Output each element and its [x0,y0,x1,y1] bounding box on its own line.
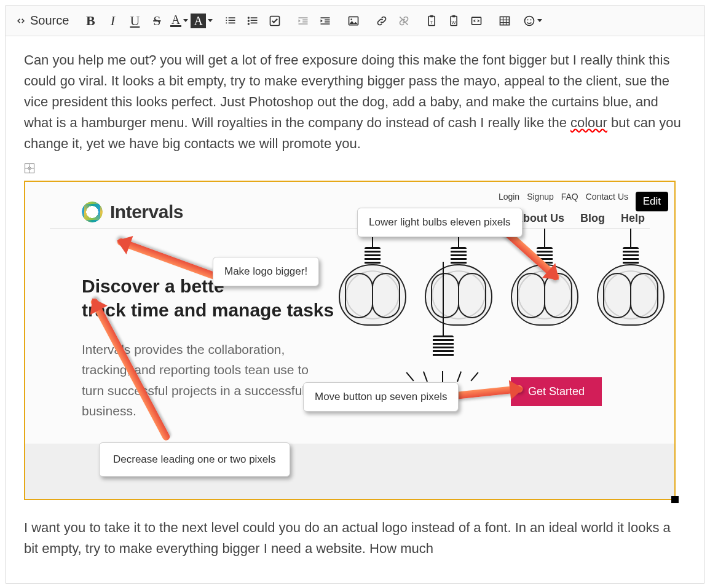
unlink-button[interactable] [393,10,414,31]
edit-image-button[interactable]: Edit [636,192,668,211]
outdent-button[interactable] [293,10,314,31]
annotation-bulbs: Lower light bulbs eleven pixels [357,208,523,237]
svg-rect-7 [430,15,433,17]
paste-word-button[interactable]: W [444,10,465,31]
indent-button[interactable] [315,10,336,31]
italic-button[interactable]: I [102,10,123,31]
logo-text: Intervals [110,198,183,227]
paragraph-2[interactable]: I want you to take it to the next level … [24,517,686,559]
annotation-button: Move button up seven pixels [303,382,459,412]
svg-point-0 [247,17,249,18]
annotation-leading: Decrease leading one or two pixels [99,442,290,477]
text-color-button[interactable]: A [168,10,189,31]
toplink-faq: FAQ [561,190,578,204]
paste-text-button[interactable]: T [422,10,443,31]
svg-point-1 [247,20,249,22]
bulb-icon [339,229,406,326]
editor-content[interactable]: Can you help me out? you will get a lot … [6,36,704,583]
embed-button[interactable] [466,10,487,31]
logo-icon [82,202,103,222]
table-handle-icon[interactable] [24,159,35,170]
editor-toolbar: Source B I U S A A [6,6,704,36]
bulleted-list-button[interactable] [242,10,263,31]
numbered-list-button[interactable] [220,10,241,31]
svg-rect-13 [500,17,509,25]
nav-help: Help [621,210,645,227]
svg-text:T: T [430,20,433,25]
source-label: Source [30,14,69,28]
svg-point-14 [525,16,534,25]
bulb-row [339,229,665,326]
annotation-arrow [455,385,523,399]
nav-about: About Us [515,210,564,227]
svg-rect-10 [452,15,455,17]
strikethrough-button[interactable]: S [146,10,167,31]
link-button[interactable] [371,10,392,31]
emoji-button[interactable] [523,10,543,31]
spelling-error[interactable]: colour [570,115,607,130]
site-nav: About Us Blog Help [515,210,645,227]
annotation-logo: Make logo bigger! [213,257,319,286]
bulb-icon [597,229,665,326]
image-button[interactable] [343,10,364,31]
checkbox-button[interactable] [264,10,285,31]
nav-blog: Blog [580,210,605,227]
embedded-image[interactable]: Edit Login Signup FAQ Contact Us About U… [24,181,676,500]
svg-text:W: W [451,20,456,25]
source-button[interactable]: Source [12,10,73,31]
svg-point-2 [247,23,249,25]
toplink-signup: Signup [527,190,554,204]
svg-point-5 [350,18,352,20]
site-logo: Intervals [82,198,183,227]
get-started-button: Get Started [511,377,602,407]
bold-button[interactable]: B [80,10,101,31]
toplink-login: Login [499,190,519,204]
toplink-contact: Contact Us [586,190,628,204]
background-color-button[interactable]: A [191,10,212,31]
big-bulb-icon [403,262,483,382]
svg-point-16 [531,19,532,20]
site-top-links: Login Signup FAQ Contact Us [499,190,645,204]
table-button[interactable] [494,10,515,31]
svg-point-15 [527,19,529,20]
underline-button[interactable]: U [124,10,145,31]
paragraph-1[interactable]: Can you help me out? you will get a lot … [24,50,686,154]
